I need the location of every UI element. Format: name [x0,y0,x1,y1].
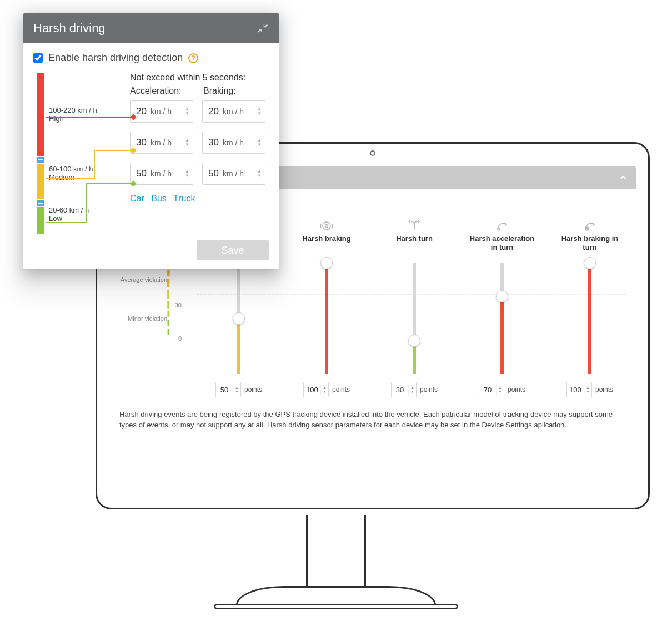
slider-knob[interactable] [233,312,245,325]
monitor-stand-neck [306,509,366,593]
points-label: points [595,386,613,393]
preset-truck[interactable]: Truck [173,194,195,203]
slider-knob[interactable] [584,257,596,269]
vehicle-presets: Car Bus Truck [130,194,269,204]
limit-row-low: 50km / h ▲▼ 50km / h ▲▼ [130,163,269,185]
spinner-arrows[interactable]: ▲▼ [584,385,591,395]
column-label: Harsh braking [302,234,350,260]
limits-block: 100-220 km / h High 60-100 km / h Medium… [33,73,269,234]
accel-medium-input[interactable]: 30km / h ▲▼ [130,132,193,154]
svg-point-13 [586,228,588,229]
stepper-arrows[interactable]: ▲▼ [257,169,262,178]
dialog-header: Harsh driving [23,13,279,43]
svg-point-10 [325,225,328,228]
range-medium: 60-100 km / h Medium [49,165,93,181]
help-icon[interactable]: ? [188,53,198,63]
spinner-arrows[interactable]: ▲▼ [233,385,240,395]
spinner-arrows[interactable]: ▲▼ [320,385,328,395]
column-label: Harsh acceleration in turn [466,234,538,260]
accel-low-input[interactable]: 50km / h ▲▼ [130,163,193,185]
slider-track[interactable] [413,263,416,374]
col-brake-header: Braking: [203,86,236,96]
range-low: 20-60 km / h Low [49,206,89,223]
slider-track[interactable] [588,263,591,374]
brake-medium-input[interactable]: 30km / h ▲▼ [202,132,265,154]
slider-knob[interactable] [496,290,508,302]
maneuver-column-brake-turn: Harsh braking in turn 100 ▲▼ points [554,219,626,397]
accel-turn-icon [495,219,509,233]
brake-high-input[interactable]: 20km / h ▲▼ [202,100,265,123]
stepper-arrows[interactable]: ▲▼ [257,138,262,147]
column-label: Harsh turn [396,234,433,260]
points-label: points [508,386,525,393]
scale-track [37,73,44,234]
maneuver-column-turn: Harsh turn 30 ▲▼ points [378,219,450,397]
turn-icon [407,219,422,233]
svg-marker-5 [167,301,169,309]
points-label: points [244,386,262,393]
svg-marker-6 [167,311,169,317]
svg-point-11 [498,228,500,230]
tick-0: 0 [178,335,182,342]
harsh-driving-dialog: Harsh driving Enable harsh driving detec… [23,13,279,269]
spinner-arrows[interactable]: ▲▼ [408,385,416,395]
slider-knob[interactable] [320,257,333,269]
limits-columns: Not exceed within 5 seconds: Acceleratio… [130,73,269,234]
enable-detection-label: Enable harsh driving detection [48,52,183,64]
accel-high-input[interactable]: 20km / h ▲▼ [130,100,193,123]
slider-track[interactable] [500,263,504,374]
svg-point-9 [323,222,330,230]
brake-turn-icon [583,219,597,233]
collapse-icon[interactable] [257,22,269,34]
expand-icon[interactable] [616,170,630,185]
dialog-body: Enable harsh driving detection ? 100-220… [23,43,279,240]
points-spinner[interactable]: 100 ▲▼ [303,382,329,397]
col-accel-header: Acceleration: [130,86,193,96]
stepper-arrows[interactable]: ▲▼ [257,107,262,116]
speed-scale: 100-220 km / h High 60-100 km / h Medium… [33,73,122,234]
limits-caption: Not exceed within 5 seconds: [130,73,269,83]
monitor-stand-base [236,586,436,605]
range-high: 100-220 km / h High [49,106,97,123]
description-text: Harsh driving events are being registere… [119,410,626,431]
column-label: Harsh braking in turn [554,234,626,260]
monitor-stand-plate [214,604,458,609]
svg-marker-14 [258,29,262,33]
points-label: points [420,386,438,393]
camera-dot [370,150,375,156]
save-button[interactable]: Save [197,240,269,260]
slider-knob[interactable] [408,335,420,347]
braking-icon [319,219,334,233]
segment-collapse-icon[interactable] [35,156,46,164]
enable-detection-checkbox[interactable] [33,53,43,63]
slider-track[interactable] [325,263,328,374]
limit-row-high: 20km / h ▲▼ 20km / h ▲▼ [130,100,269,123]
points-spinner[interactable]: 100 ▲▼ [566,382,592,397]
stepper-arrows[interactable]: ▲▼ [185,138,189,147]
segment-collapse-icon[interactable] [35,199,46,207]
brake-low-input[interactable]: 50km / h ▲▼ [202,163,265,185]
limit-row-medium: 30km / h ▲▼ 30km / h ▲▼ [130,132,269,154]
svg-marker-15 [264,24,268,28]
stepper-arrows[interactable]: ▲▼ [185,169,189,178]
dialog-title: Harsh driving [33,21,106,36]
stepper-arrows[interactable]: ▲▼ [185,107,189,116]
preset-bus[interactable]: Bus [151,194,167,203]
svg-marker-7 [168,320,169,326]
dialog-footer: Save [23,240,279,269]
enable-detection-row[interactable]: Enable harsh driving detection ? [33,52,269,64]
points-spinner[interactable]: 50 ▲▼ [215,382,241,397]
spinner-arrows[interactable]: ▲▼ [496,385,504,395]
preset-car[interactable]: Car [130,194,144,203]
maneuver-column-braking: Harsh braking 100 ▲▼ points [290,219,363,397]
points-label: points [332,386,350,393]
points-spinner[interactable]: 30 ▲▼ [391,382,417,397]
svg-marker-8 [168,329,169,335]
maneuver-column-accel-turn: Harsh acceleration in turn 70 ▲▼ points [466,219,538,397]
legend-minor: Minor violation [128,315,167,322]
points-spinner[interactable]: 70 ▲▼ [479,382,504,397]
